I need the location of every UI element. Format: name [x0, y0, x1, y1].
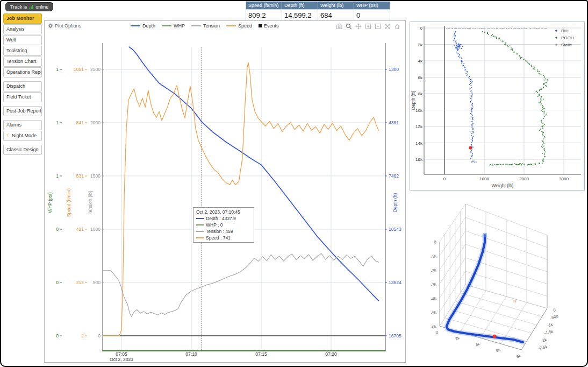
gear-icon — [48, 23, 53, 29]
whp-tick-label: 0 — [56, 333, 59, 338]
sidebar-item-toolstring[interactable]: Toolstring — [3, 46, 42, 56]
scatter-series-pooh — [482, 31, 548, 166]
tension-tick-label: 2000 — [90, 120, 101, 125]
zoom-out-icon[interactable] — [374, 23, 382, 30]
legend-label: Events — [264, 23, 279, 29]
trajectory-3d-panel: 0-1k-2k-3k-4k-5k-6k02k4k6k8k0-500-1k-1.5… — [410, 192, 584, 367]
legend-item-events[interactable]: Events — [259, 23, 279, 29]
series-depth — [129, 47, 378, 301]
tension-tick-label: 2500 — [90, 67, 101, 72]
sidebar-item-tension-chart[interactable]: Tension Chart — [3, 57, 42, 67]
sidebar-item-classic-design[interactable]: Classic Design — [3, 145, 42, 155]
weight-depth-scatter-chart[interactable]: 02k4k6k8k10k12k14k16k0100020003000Weight… — [410, 22, 584, 190]
legend-line-swatch — [226, 25, 236, 26]
weight-depth-panel: 02k4k6k8k10k12k14k16k0100020003000Weight… — [410, 22, 585, 190]
home-icon[interactable] — [393, 23, 401, 30]
reading-value: 0 — [354, 10, 390, 22]
x3d-tick-label: 2k — [454, 335, 460, 342]
sidebar-item-label: Well — [6, 37, 16, 43]
readings-header-row: Speed (ft/min)Depth (ft)Weight (lb)WHP (… — [246, 2, 390, 10]
plot-options-button[interactable]: Plot Options — [48, 23, 81, 29]
sidebar-item-label: Field Ticket — [6, 94, 31, 100]
y3d-tick-label: -500 — [550, 314, 559, 320]
speed-tick-label: 841 — [76, 120, 84, 125]
sidebar-item-operations-report[interactable]: Operations Report — [3, 67, 42, 77]
track-status-prefix: Track is — [10, 4, 27, 10]
tooltip-value: Tension : 459 — [206, 229, 233, 234]
depth-tick-label: 7462 — [389, 173, 399, 179]
tooltip-row: Speed : 741 — [196, 235, 251, 241]
sidebar-item-alarms[interactable]: Alarms — [3, 120, 42, 130]
sidebar-item-night-mode[interactable]: ☾Night Mode — [3, 131, 42, 141]
depth-tick-label: 0 — [420, 26, 423, 31]
scatter-legend-label: Static — [561, 43, 572, 47]
zoom-in-icon[interactable] — [364, 23, 372, 30]
north-annotation: N — [513, 299, 517, 304]
current-position-marker — [469, 146, 472, 150]
pan-icon[interactable] — [355, 23, 362, 30]
sidebar-item-label: Tension Chart — [6, 59, 37, 64]
reading-header: Weight (lb) — [318, 2, 354, 10]
legend-line-swatch — [191, 25, 201, 26]
weight-axis-title: Weight (lb) — [492, 183, 514, 188]
reading-value: 809.2 — [246, 10, 282, 22]
whp-tick-label: 0 — [56, 280, 59, 285]
depth-tick-label: 10k — [415, 108, 423, 113]
legend-label: Tension — [203, 23, 220, 29]
depth-tick-label: 14k — [415, 141, 423, 146]
z3d-tick-label: -4k — [430, 296, 436, 302]
well-trajectory-3d-chart[interactable]: 0-1k-2k-3k-4k-5k-6k02k4k6k8k0-500-1k-1.5… — [410, 192, 584, 367]
sidebar-item-label: Classic Design — [6, 147, 39, 152]
hover-tooltip: Oct 2, 2023, 07:10:45 Depth : 4337.9WHP … — [193, 207, 254, 243]
sidebar-item-analysis[interactable]: Analysis — [3, 24, 42, 34]
sidebar-item-job-monitor[interactable]: Job Monitor — [3, 13, 42, 24]
tension-tick-label: 1500 — [90, 173, 101, 179]
sidebar-item-label: Alarms — [6, 122, 21, 128]
weight-tick-label: 0 — [443, 177, 446, 181]
tooltip-row: Depth : 4337.9 — [196, 216, 251, 221]
legend-line-swatch — [131, 25, 140, 26]
autoscale-icon[interactable] — [384, 23, 391, 30]
sidebar-item-label: Job Monitor — [6, 16, 34, 21]
signal-bars-icon — [29, 5, 33, 9]
legend-item-depth[interactable]: Depth — [131, 23, 155, 29]
legend-item-whp[interactable]: WHP — [162, 23, 185, 29]
x3d-tick-label: 6k — [495, 347, 501, 354]
depth-tick-label: 4k — [418, 59, 423, 63]
zoom-icon[interactable] — [345, 23, 353, 30]
z3d-tick-label: -3k — [430, 282, 436, 288]
sidebar-item-label: Analysis — [6, 26, 25, 32]
legend-item-tension[interactable]: Tension — [191, 23, 220, 29]
reading-value: 14,599.2 — [282, 10, 318, 22]
scatter-legend-label: POOH — [561, 36, 574, 40]
whp-tick-label: 1 — [56, 173, 59, 179]
legend-label: Depth — [142, 23, 155, 29]
scatter-legend-label: RIH — [561, 29, 569, 33]
sidebar: Job MonitorAnalysisWellToolstringTension… — [3, 13, 42, 156]
track-status-button[interactable]: Track is online — [5, 2, 53, 11]
sidebar-item-post-job-report[interactable]: Post-Job Report — [3, 106, 42, 116]
whp-tick-label: 1 — [56, 120, 59, 125]
track-status-text: online — [35, 4, 48, 10]
speed-tick-label: 1051 — [74, 67, 84, 72]
legend-square-swatch — [259, 24, 262, 27]
legend-item-speed[interactable]: Speed — [226, 23, 252, 29]
weight-tick-label: 1000 — [479, 177, 489, 181]
sidebar-item-well[interactable]: Well — [3, 35, 42, 45]
tension-axis-title: Tension (lb) — [88, 190, 93, 214]
sidebar-item-label: Post-Job Report — [6, 108, 41, 114]
sidebar-item-dispatch[interactable]: Dispatch — [3, 81, 42, 91]
depth-tick-label: 16k — [415, 157, 423, 162]
timeseries-chart[interactable]: 111000WHP (psi)10518416314212122Speed (f… — [45, 21, 405, 362]
tooltip-value: WHP : 0 — [206, 222, 223, 228]
tooltip-value: Speed : 741 — [206, 235, 231, 241]
depth-tick-label: 6k — [418, 75, 423, 80]
camera-icon[interactable] — [335, 23, 343, 30]
depth-tick-label: 16705 — [389, 333, 401, 338]
sidebar-item-label: Night Mode — [12, 133, 37, 138]
sidebar-item-field-ticket[interactable]: Field Ticket — [3, 92, 42, 102]
current-position-3d-marker — [493, 335, 497, 338]
moon-icon: ☾ — [6, 133, 11, 138]
depth-tick-label: 13624 — [389, 280, 401, 285]
depth-tick-label: 8k — [418, 91, 423, 96]
